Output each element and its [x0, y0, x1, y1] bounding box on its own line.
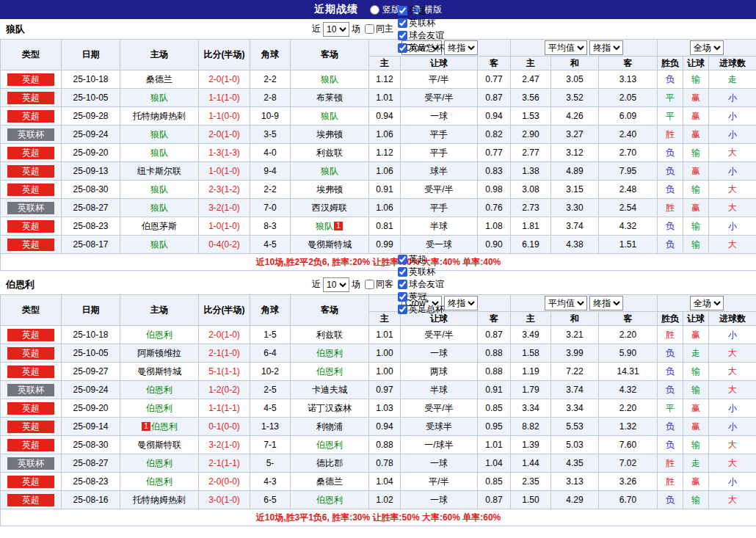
team-link[interactable]: 西汉姆联 [312, 203, 347, 213]
league-filter[interactable]: 球会友谊 [396, 278, 444, 291]
score-cell[interactable]: 1-3(1-3) [199, 144, 250, 162]
team-link[interactable]: 纽卡斯尔联 [137, 166, 181, 176]
team-link[interactable]: 伯恩利 [146, 458, 172, 468]
score-cell[interactable]: 1-0(1-0) [199, 217, 250, 236]
score-cell[interactable]: 0-1(0-0) [199, 418, 250, 436]
team-link[interactable]: 伯恩茅斯 [142, 221, 177, 231]
col-header-avg-draw: 和 [551, 312, 599, 326]
result-wdl-cell: 胜 [658, 473, 683, 491]
score-cell[interactable]: 2-0(1-0) [199, 126, 250, 144]
team-link[interactable]: 桑德兰 [146, 74, 172, 84]
odds-time-select[interactable]: 终指 [444, 40, 478, 55]
home-odds-cell: 1.04 [369, 473, 401, 491]
league-filter-checkbox[interactable] [398, 255, 407, 264]
avg-type-select[interactable]: 平均值 [545, 296, 587, 310]
score-cell[interactable]: 2-0(0-0) [199, 473, 250, 491]
league-filter[interactable]: 英足总杯 [396, 303, 444, 316]
team-link[interactable]: 狼队 [150, 203, 168, 213]
team-link[interactable]: 伯恩利 [316, 440, 343, 450]
team-link[interactable]: 利物浦 [316, 421, 343, 432]
league-filter[interactable]: 英联杯 [396, 17, 444, 29]
team-link[interactable]: 曼彻斯特联 [137, 440, 181, 450]
avg-time-select[interactable]: 终指 [589, 296, 623, 310]
team-link[interactable]: 诺丁汉森林 [308, 403, 352, 413]
team-link[interactable]: 布莱顿 [316, 92, 343, 103]
team-link[interactable]: 伯恩利 [146, 330, 172, 340]
team-link[interactable]: 伯恩利 [316, 495, 343, 505]
team-link[interactable]: 阿斯顿维拉 [137, 348, 181, 358]
avg-time-select[interactable]: 终指 [589, 40, 623, 55]
score-cell[interactable]: 0-4(0-2) [199, 236, 250, 254]
team-link[interactable]: 狼队 [150, 129, 168, 139]
team-link[interactable]: 狼队 [150, 92, 168, 103]
same-venue-filter[interactable]: 同主 [363, 23, 393, 35]
team-link[interactable]: 德比郡 [316, 458, 343, 468]
league-filter-checkbox[interactable] [398, 292, 407, 302]
league-filter[interactable]: 英超 [396, 253, 444, 266]
same-venue-checkbox[interactable] [365, 24, 374, 34]
score-cell[interactable]: 2-3(1-2) [199, 181, 250, 199]
team-link[interactable]: 伯恩利 [316, 348, 343, 358]
team-link[interactable]: 托特纳姆热刺 [133, 495, 186, 505]
league-filter-checkbox[interactable] [398, 305, 407, 314]
score-cell[interactable]: 3-0(1-0) [199, 491, 250, 509]
team-link[interactable]: 狼队 [150, 239, 168, 250]
team-link[interactable]: 伯恩利 [146, 385, 172, 395]
team-link[interactable]: 卡迪夫城 [312, 385, 347, 395]
league-filter[interactable]: 英足总杯 [396, 42, 444, 54]
league-filter[interactable]: 英超 [396, 4, 444, 17]
league-filter-checkbox[interactable] [398, 18, 407, 28]
league-filter[interactable]: 英联杯 [396, 266, 444, 278]
match-count-select[interactable]: 10 [323, 22, 349, 37]
league-filter[interactable]: 英冠 [396, 291, 444, 303]
score-cell[interactable]: 2-0(1-0) [199, 70, 250, 89]
team-link[interactable]: 托特纳姆热刺 [133, 111, 186, 121]
team-link[interactable]: 狼队 [321, 111, 338, 121]
results-body: 英超25-10-18伯恩利2-0(1-0)1-5利兹联1.01受平/半0.873… [1, 326, 756, 509]
score-cell[interactable]: 3-2(1-0) [199, 199, 250, 217]
score-cell[interactable]: 1-0(1-0) [199, 162, 250, 181]
team-link[interactable]: 狼队 [321, 166, 338, 176]
scope-select[interactable]: 全场 [690, 296, 724, 310]
team-link[interactable]: 伯恩利 [316, 366, 343, 377]
team-link[interactable]: 利兹联 [316, 330, 343, 340]
scope-select[interactable]: 全场 [690, 40, 724, 55]
corner-cell: 7-1 [250, 436, 291, 454]
league-filter-checkbox[interactable] [398, 31, 407, 40]
score-cell[interactable]: 1-2(0-2) [199, 381, 250, 399]
score-cell[interactable]: 2-1(1-0) [199, 344, 250, 363]
same-venue-filter[interactable]: 同客 [363, 278, 393, 291]
same-venue-checkbox[interactable] [365, 280, 374, 289]
match-count-select[interactable]: 10 [323, 277, 349, 292]
team-link[interactable]: 伯恩利 [146, 476, 172, 487]
avg-away-cell: 2.48 [599, 181, 658, 199]
team-link[interactable]: 曼彻斯特城 [308, 239, 352, 250]
league-filter-checkbox[interactable] [398, 6, 407, 15]
team-link[interactable]: 狼队 [321, 74, 338, 84]
team-link[interactable]: 利兹联 [316, 148, 343, 158]
team-link[interactable]: 伯恩利 [151, 421, 178, 432]
avg-type-select[interactable]: 平均值 [545, 40, 587, 55]
team-link[interactable]: 埃弗顿 [316, 184, 343, 195]
team-link[interactable]: 狼队 [316, 221, 333, 231]
score-cell[interactable]: 2-0(1-0) [199, 326, 250, 344]
team-name: 狼队 [6, 23, 25, 36]
team-link[interactable]: 桑德兰 [316, 476, 343, 487]
league-filter-checkbox[interactable] [398, 267, 407, 277]
odds-time-select[interactable]: 终指 [444, 296, 478, 310]
score-cell[interactable]: 5-1(1-1) [199, 363, 250, 381]
score-cell[interactable]: 1-1(0-0) [199, 107, 250, 126]
league-filter-checkbox[interactable] [398, 280, 407, 289]
score-cell[interactable]: 1-1(1-0) [199, 89, 250, 107]
away-odds-cell: 0.87 [478, 89, 511, 107]
league-filter[interactable]: 球会友谊 [396, 29, 444, 42]
score-cell[interactable]: 1-1(1-1) [199, 399, 250, 418]
score-cell[interactable]: 2-1(1-1) [199, 454, 250, 473]
league-filter-checkbox[interactable] [398, 43, 407, 53]
team-link[interactable]: 曼彻斯特城 [137, 366, 181, 377]
score-cell[interactable]: 3-2(1-0) [199, 436, 250, 454]
team-link[interactable]: 狼队 [150, 184, 168, 195]
team-link[interactable]: 狼队 [150, 148, 168, 158]
team-link[interactable]: 埃弗顿 [316, 129, 343, 139]
team-link[interactable]: 伯恩利 [146, 403, 172, 413]
